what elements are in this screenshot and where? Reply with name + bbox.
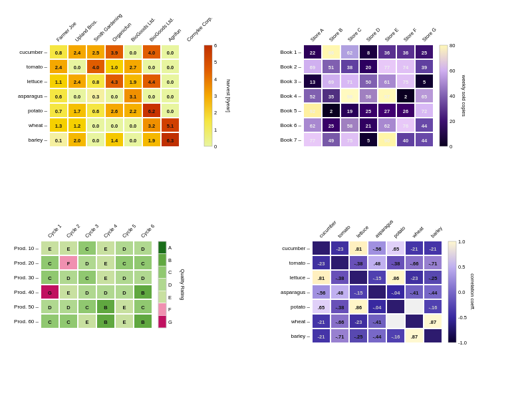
svg-text:-.71: -.71 — [336, 334, 344, 340]
svg-text:D: D — [85, 290, 89, 296]
svg-text:Cycle 4: Cycle 4 — [102, 223, 118, 239]
svg-text:B: B — [168, 257, 172, 263]
svg-text:1.3: 1.3 — [55, 123, 62, 129]
svg-text:36: 36 — [403, 50, 408, 56]
svg-text:2.0: 2.0 — [74, 138, 80, 144]
svg-text:27: 27 — [384, 108, 390, 114]
svg-text:65: 65 — [422, 94, 427, 100]
svg-text:-.25: -.25 — [354, 334, 363, 340]
panel-top-right: Store AStore BStore CStore DStore EStore… — [269, 7, 525, 196]
svg-text:C: C — [141, 261, 145, 267]
svg-text:4: 4 — [214, 76, 217, 82]
svg-text:39: 39 — [422, 65, 427, 70]
svg-text:40: 40 — [403, 138, 408, 144]
svg-text:.65: .65 — [318, 305, 325, 311]
svg-text:-.56: -.56 — [373, 246, 382, 252]
svg-text:E: E — [66, 246, 70, 252]
svg-text:E: E — [48, 246, 51, 252]
svg-text:2: 2 — [214, 110, 217, 116]
svg-text:C: C — [141, 305, 145, 311]
svg-text:Cycle 6: Cycle 6 — [140, 223, 156, 239]
svg-text:D: D — [168, 282, 172, 288]
svg-text:0.0: 0.0 — [148, 65, 155, 70]
svg-text:0.0: 0.0 — [111, 94, 118, 100]
svg-text:0.0: 0.0 — [167, 50, 174, 56]
svg-text:C: C — [66, 319, 70, 325]
svg-text:weekly sold copies: weekly sold copies — [461, 74, 467, 117]
svg-text:74: 74 — [403, 65, 409, 70]
svg-text:71: 71 — [347, 79, 352, 85]
svg-text:-.41: -.41 — [373, 319, 382, 325]
svg-text:0.0: 0.0 — [74, 94, 80, 100]
svg-text:.81: .81 — [355, 246, 362, 252]
svg-text:61: 61 — [384, 79, 390, 85]
svg-text:potato –: potato – — [28, 108, 47, 114]
svg-text:76: 76 — [403, 123, 408, 129]
svg-text:3.9: 3.9 — [111, 50, 118, 56]
svg-text:correlation coeff.: correlation coeff. — [469, 273, 475, 310]
svg-rect-443 — [424, 329, 442, 342]
svg-text:-23: -23 — [411, 275, 418, 281]
svg-text:0: 0 — [450, 144, 452, 150]
svg-text:77: 77 — [310, 138, 315, 144]
svg-text:-.16: -.16 — [429, 305, 438, 311]
svg-rect-426 — [387, 315, 404, 328]
svg-rect-325 — [158, 241, 166, 254]
svg-text:-23: -23 — [336, 246, 344, 252]
svg-text:0.0: 0.0 — [92, 138, 99, 144]
svg-text:asparagus: asparagus — [374, 218, 394, 239]
svg-text:Book 3 –: Book 3 – — [280, 78, 301, 84]
svg-text:Cycle 1: Cycle 1 — [47, 223, 63, 239]
svg-text:-.38: -.38 — [354, 261, 363, 267]
svg-text:barley –: barley – — [29, 137, 48, 143]
svg-text:0.8: 0.8 — [92, 79, 99, 85]
svg-text:-21: -21 — [411, 246, 418, 252]
svg-text:-.38: -.38 — [336, 275, 344, 281]
svg-text:-.25: -.25 — [429, 275, 438, 281]
svg-text:1.0: 1.0 — [458, 239, 465, 245]
svg-text:.65: .65 — [392, 246, 399, 252]
svg-text:49: 49 — [329, 138, 334, 144]
svg-text:75: 75 — [347, 138, 352, 144]
svg-text:1: 1 — [214, 127, 217, 133]
svg-text:D: D — [85, 261, 89, 267]
svg-text:5: 5 — [423, 79, 426, 85]
svg-text:0.0: 0.0 — [130, 123, 136, 129]
svg-text:0.7: 0.7 — [55, 108, 62, 114]
svg-text:A: A — [168, 245, 172, 251]
svg-text:0.6: 0.6 — [92, 108, 99, 114]
svg-text:-.56: -.56 — [317, 290, 326, 296]
svg-text:1.2: 1.2 — [74, 123, 80, 129]
svg-text:1.7: 1.7 — [74, 108, 80, 114]
svg-text:G: G — [48, 290, 52, 296]
svg-text:2.4: 2.4 — [55, 65, 63, 70]
svg-text:0.0: 0.0 — [167, 65, 174, 70]
svg-text:-.15: -.15 — [354, 290, 363, 296]
svg-text:1.9: 1.9 — [130, 79, 136, 85]
svg-text:Book 2 –: Book 2 – — [280, 64, 301, 70]
svg-text:B: B — [141, 319, 145, 325]
svg-text:-21: -21 — [318, 334, 325, 340]
svg-text:2.4: 2.4 — [74, 50, 81, 56]
svg-text:-.71: -.71 — [429, 261, 438, 267]
svg-text:2.7: 2.7 — [130, 65, 136, 70]
svg-text:barley –: barley – — [291, 333, 311, 339]
svg-text:38: 38 — [347, 65, 352, 70]
svg-text:40: 40 — [450, 93, 455, 99]
svg-text:0.0: 0.0 — [148, 94, 155, 100]
svg-text:D: D — [122, 275, 126, 281]
svg-text:D: D — [48, 305, 52, 311]
svg-text:1.4: 1.4 — [111, 138, 118, 144]
svg-rect-414 — [406, 300, 423, 313]
svg-text:50: 50 — [366, 79, 371, 85]
svg-text:C: C — [85, 275, 89, 281]
svg-text:2.5: 2.5 — [92, 50, 99, 56]
svg-text:E: E — [122, 305, 126, 311]
svg-text:Store F: Store F — [402, 27, 418, 43]
svg-rect-327 — [158, 254, 166, 267]
svg-text:0.0: 0.0 — [167, 108, 174, 114]
svg-text:wheat: wheat — [410, 225, 425, 239]
svg-text:D: D — [66, 305, 70, 311]
svg-text:6: 6 — [214, 43, 217, 49]
svg-rect-349 — [313, 241, 330, 255]
